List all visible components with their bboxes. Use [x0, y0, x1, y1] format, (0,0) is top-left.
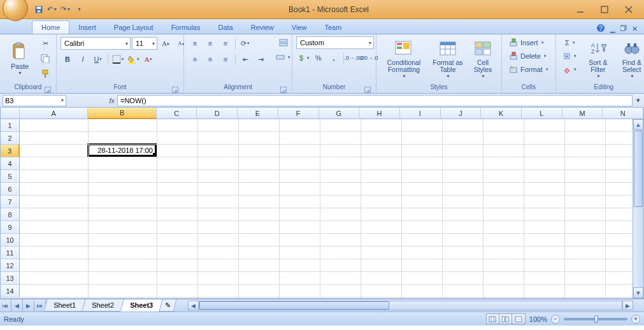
format-painter-icon[interactable] [38, 67, 52, 81]
increase-decimal-icon[interactable]: .0→.00 [347, 51, 361, 65]
fill-color-icon[interactable]: ▾ [126, 52, 140, 66]
row-header[interactable]: 6 [1, 183, 20, 196]
zoom-handle[interactable] [594, 315, 598, 323]
paste-button[interactable]: Paste▼ [4, 36, 36, 80]
align-center-icon[interactable]: ≡ [203, 52, 217, 66]
row-header[interactable]: 14 [1, 285, 20, 298]
next-sheet-icon[interactable]: ▶ [23, 299, 34, 312]
page-break-view-icon[interactable] [512, 314, 525, 324]
scroll-thumb[interactable] [199, 301, 389, 310]
tab-review[interactable]: Review [242, 21, 283, 34]
format-as-table-button[interactable]: Format as Table▼ [430, 36, 466, 80]
row-header[interactable]: 10 [1, 234, 20, 247]
font-size-combo[interactable]: 11▾ [132, 37, 157, 50]
column-header[interactable]: L [522, 108, 562, 119]
delete-cells-button[interactable]: Delete▾ [506, 50, 550, 62]
zoom-slider[interactable] [564, 318, 627, 320]
prev-sheet-icon[interactable]: ◀ [11, 299, 23, 312]
sheet-tab-1[interactable]: Sheet1 [43, 299, 85, 312]
sheet-tab-2[interactable]: Sheet2 [82, 299, 124, 312]
font-color-icon[interactable]: A▾ [141, 52, 155, 66]
tab-view[interactable]: View [283, 21, 316, 34]
qat-customize-icon[interactable]: ▼ [73, 4, 85, 15]
decrease-decimal-icon[interactable]: .00→.0 [362, 51, 376, 65]
row-header[interactable]: 7 [1, 196, 20, 208]
row-header[interactable]: 4 [1, 157, 20, 170]
column-header[interactable]: N [603, 108, 643, 119]
row-header[interactable]: 12 [1, 259, 20, 272]
increase-indent-icon[interactable]: ⇥ [254, 52, 268, 66]
tab-home[interactable]: Home [32, 20, 69, 34]
cells-area[interactable]: 28-11-2018 17:00 [20, 119, 633, 298]
zoom-in-icon[interactable]: + [631, 315, 640, 324]
format-cells-button[interactable]: Format▾ [506, 63, 552, 76]
vertical-scrollbar[interactable]: ▲ ▼ [633, 119, 643, 298]
formula-bar[interactable]: =NOW() [117, 95, 633, 106]
tab-page-layout[interactable]: Page Layout [105, 21, 162, 34]
align-bottom-icon[interactable]: ≡ [218, 36, 233, 50]
row-header[interactable]: 8 [1, 208, 20, 221]
minimize-ribbon-icon[interactable]: ▁ [610, 25, 615, 32]
scroll-right-icon[interactable]: ▶ [622, 301, 633, 310]
conditional-formatting-button[interactable]: Conditional Formatting▼ [380, 36, 427, 80]
normal-view-icon[interactable] [487, 314, 499, 324]
scroll-thumb[interactable] [634, 131, 643, 207]
row-header[interactable]: 13 [1, 272, 20, 285]
new-sheet-icon[interactable]: ✎ [159, 299, 176, 312]
close-button[interactable] [621, 2, 636, 17]
restore-window-icon[interactable] [620, 25, 627, 32]
insert-cells-button[interactable]: Insert▾ [506, 36, 547, 49]
close-workbook-icon[interactable]: ✕ [632, 25, 638, 33]
column-header[interactable]: F [278, 108, 319, 119]
zoom-level[interactable]: 100% [529, 315, 547, 323]
font-name-combo[interactable]: Calibri▾ [61, 37, 131, 50]
column-header[interactable]: E [238, 108, 278, 119]
redo-icon[interactable]: ↷▼ [60, 4, 71, 15]
tab-data[interactable]: Data [209, 21, 241, 34]
row-header[interactable]: 11 [1, 247, 20, 259]
align-top-icon[interactable]: ≡ [188, 36, 202, 50]
row-header[interactable]: 9 [1, 221, 20, 234]
fx-icon[interactable]: fx [109, 97, 115, 104]
dialog-launcher-icon[interactable]: ◢ [280, 87, 287, 93]
underline-icon[interactable]: U▾ [91, 52, 105, 66]
sheet-tab-3[interactable]: Sheet3 [120, 299, 162, 312]
office-button[interactable] [3, 0, 28, 21]
dialog-launcher-icon[interactable]: ◢ [364, 87, 371, 93]
clear-button[interactable]: ▾ [560, 63, 580, 76]
align-right-icon[interactable]: ≡ [218, 52, 233, 66]
tab-insert[interactable]: Insert [69, 21, 105, 34]
merge-center-button[interactable]: ▾ [273, 51, 294, 64]
undo-icon[interactable]: ↶▼ [47, 4, 58, 15]
percent-icon[interactable]: % [311, 51, 326, 65]
wrap-text-button[interactable] [273, 36, 294, 49]
active-cell[interactable]: 28-11-2018 17:00 [87, 143, 157, 157]
select-all-corner[interactable] [1, 108, 20, 119]
column-header[interactable]: G [319, 108, 360, 119]
comma-icon[interactable]: , [327, 51, 341, 65]
accounting-format-icon[interactable]: $▾ [296, 51, 310, 65]
find-select-button[interactable]: Find & Select▼ [616, 36, 644, 80]
column-header[interactable]: J [441, 108, 482, 119]
page-layout-view-icon[interactable] [499, 314, 512, 324]
column-header[interactable]: A [20, 108, 88, 119]
column-header[interactable]: B [88, 108, 156, 119]
save-icon[interactable] [33, 4, 45, 15]
column-header[interactable]: D [197, 108, 238, 119]
fill-button[interactable]: ▾ [560, 50, 580, 62]
tab-formulas[interactable]: Formulas [162, 21, 210, 34]
column-header[interactable]: C [157, 108, 197, 119]
grow-font-icon[interactable]: A▴ [159, 36, 173, 50]
minimize-button[interactable] [573, 2, 588, 17]
name-box[interactable]: B3▾ [3, 95, 66, 106]
decrease-indent-icon[interactable]: ⇤ [238, 52, 252, 66]
cell-styles-button[interactable]: Cell Styles▼ [468, 36, 497, 80]
scroll-down-icon[interactable]: ▼ [633, 287, 643, 298]
cut-icon[interactable]: ✂ [38, 36, 52, 50]
column-header[interactable]: K [481, 108, 522, 119]
italic-icon[interactable]: I [76, 52, 90, 66]
row-header[interactable]: 2 [1, 132, 20, 145]
row-header[interactable]: 1 [1, 119, 20, 132]
column-header[interactable]: M [562, 108, 603, 119]
dialog-launcher-icon[interactable]: ◢ [172, 87, 178, 93]
